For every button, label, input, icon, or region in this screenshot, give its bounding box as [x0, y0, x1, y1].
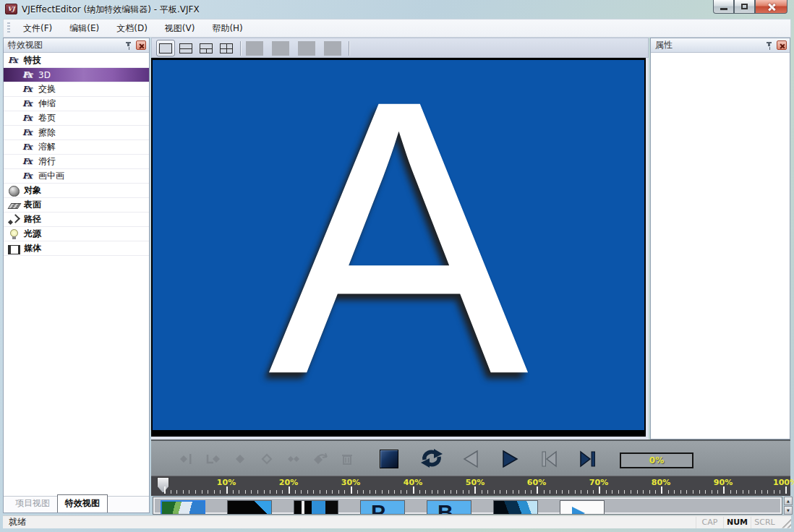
title-bar[interactable]: VJ VJEffectEditor (纳加特效编辑器) - 平板.VJFX	[0, 0, 794, 19]
view-toolbar	[151, 38, 649, 58]
effects-panel: 特效视图 特技 3D 交换 伸缩 卷页 擦除	[3, 38, 150, 513]
tree-item-label: 光源	[24, 228, 41, 240]
tree-item[interactable]: 卷页	[4, 111, 149, 126]
layout-split-h-button[interactable]	[176, 40, 195, 56]
play-button[interactable]	[500, 449, 520, 469]
toolbar-separator	[240, 41, 241, 56]
preview-canvas[interactable]: A	[151, 58, 646, 437]
pin-button[interactable]	[123, 40, 133, 51]
tree-item[interactable]: 伸缩	[4, 97, 149, 111]
tree-item-label: 擦除	[38, 126, 56, 139]
tree-item[interactable]: 溶解	[4, 140, 149, 155]
loop-button[interactable]	[419, 447, 445, 469]
pin-icon	[766, 41, 772, 50]
menu-grip[interactable]	[7, 22, 10, 34]
properties-panel-header: 属性	[651, 38, 790, 53]
filmstrip-thumbnail[interactable]	[294, 500, 338, 515]
panel-close-button[interactable]	[777, 40, 787, 50]
timeline-ruler[interactable]: 10%20%30%40%50%60%70%80%90%100%	[151, 476, 790, 496]
toolbar-button-disabled[interactable]	[246, 41, 263, 56]
panel-close-button[interactable]	[136, 40, 146, 50]
toolbar-button-disabled[interactable]	[324, 41, 341, 56]
panel-tab[interactable]: 项目视图	[8, 495, 57, 512]
toolbar-button-disabled[interactable]	[298, 41, 315, 56]
effects-panel-title: 特效视图	[8, 39, 123, 51]
status-bar: 就绪 CAPNUMSCRL	[3, 515, 791, 528]
tree-item[interactable]: 路径	[4, 213, 149, 227]
layout-split-h-icon	[179, 43, 192, 53]
filmstrip-scroller	[784, 497, 793, 515]
layout-split-t-button[interactable]	[197, 40, 215, 56]
restore-button[interactable]	[734, 0, 755, 14]
menu-items: 文件(F)编辑(E)文档(D)视图(V)帮助(H)	[14, 20, 252, 38]
filmstrip-thumbnail[interactable]	[493, 500, 538, 515]
properties-panel: 属性	[650, 38, 790, 439]
filmstrip-thumbnail[interactable]	[227, 500, 272, 515]
scroll-down-icon[interactable]	[784, 506, 793, 515]
stop-button[interactable]	[380, 450, 398, 468]
thumbnail-letter: P	[371, 502, 385, 515]
add-keyframe-icon[interactable]	[231, 450, 249, 468]
menu-item[interactable]: 文件(F)	[14, 20, 61, 38]
app-icon-text: VJ	[8, 5, 15, 12]
status-indicator: NUM	[723, 517, 751, 528]
insert-keyframe-icon[interactable]	[178, 450, 195, 468]
restore-icon	[741, 4, 748, 9]
menu-item[interactable]: 帮助(H)	[203, 20, 251, 38]
filmstrip-thumbnail[interactable]	[161, 500, 205, 515]
pin-icon	[125, 41, 132, 50]
tree-item-label: 伸缩	[38, 98, 56, 110]
delete-keyframe-icon[interactable]	[338, 450, 356, 468]
tree-item[interactable]: 交换	[4, 82, 149, 97]
close-button[interactable]	[755, 0, 787, 14]
prev-keyframes-icon[interactable]	[285, 450, 302, 468]
menu-item[interactable]: 视图(V)	[156, 20, 204, 38]
copy-keyframes-icon[interactable]	[312, 450, 329, 468]
menu-item[interactable]: 编辑(E)	[61, 20, 108, 38]
application-window: VJ VJEffectEditor (纳加特效编辑器) - 平板.VJFX 文件…	[0, 0, 794, 532]
menu-bar: 文件(F)编辑(E)文档(D)视图(V)帮助(H)	[3, 19, 791, 38]
canvas-area: A	[151, 58, 649, 439]
resize-grip[interactable]	[780, 517, 791, 528]
skip-start-button[interactable]	[539, 449, 559, 469]
tree-item-icon	[22, 128, 35, 138]
tree-item[interactable]: 3D	[4, 68, 149, 82]
layout-single-icon	[159, 43, 172, 53]
tree-item[interactable]: 表面	[4, 198, 149, 213]
tree-item[interactable]: 特技	[4, 53, 149, 68]
minimize-icon	[720, 8, 727, 10]
tree-item-icon	[22, 99, 35, 109]
goto-keyframe-icon[interactable]	[205, 450, 222, 468]
toolbar-button-disabled[interactable]	[272, 41, 289, 56]
pin-button[interactable]	[764, 40, 774, 51]
panel-tab[interactable]: 特效视图	[57, 494, 108, 512]
app-icon: VJ	[5, 4, 17, 14]
skip-end-button[interactable]	[578, 449, 598, 469]
filmstrip-thumbnail[interactable]: B	[427, 500, 471, 515]
tree-item-icon	[8, 244, 20, 254]
layout-quad-button[interactable]	[217, 40, 236, 56]
status-message: 就绪	[3, 516, 696, 528]
close-icon	[767, 3, 775, 11]
keyframe-outline-icon[interactable]	[258, 450, 276, 468]
tree-item[interactable]: 擦除	[4, 126, 149, 140]
menu-item[interactable]: 文档(D)	[108, 20, 156, 38]
layout-single-button[interactable]	[156, 40, 175, 56]
tree-item[interactable]: 光源	[4, 227, 149, 241]
filmstrip[interactable]: P B	[153, 497, 782, 515]
scroll-up-icon[interactable]	[784, 497, 793, 505]
filmstrip-thumbnails: P B	[161, 500, 605, 515]
tree-item[interactable]: 对象	[4, 184, 149, 198]
tree-item-icon	[8, 56, 20, 66]
filmstrip-thumbnail[interactable]: P	[360, 500, 405, 515]
tree-item[interactable]: 滑行	[4, 155, 149, 169]
preview-letter: A	[268, 60, 529, 430]
minimize-button[interactable]	[713, 0, 734, 14]
tree-item[interactable]: 媒体	[4, 241, 149, 256]
prev-frame-button[interactable]	[461, 449, 481, 469]
filmstrip-thumbnail[interactable]	[560, 500, 605, 515]
progress-value: 0%	[649, 455, 664, 466]
tree-item-icon	[22, 142, 35, 153]
tree-item-label: 卷页	[38, 112, 56, 124]
tree-item[interactable]: 画中画	[4, 169, 149, 184]
